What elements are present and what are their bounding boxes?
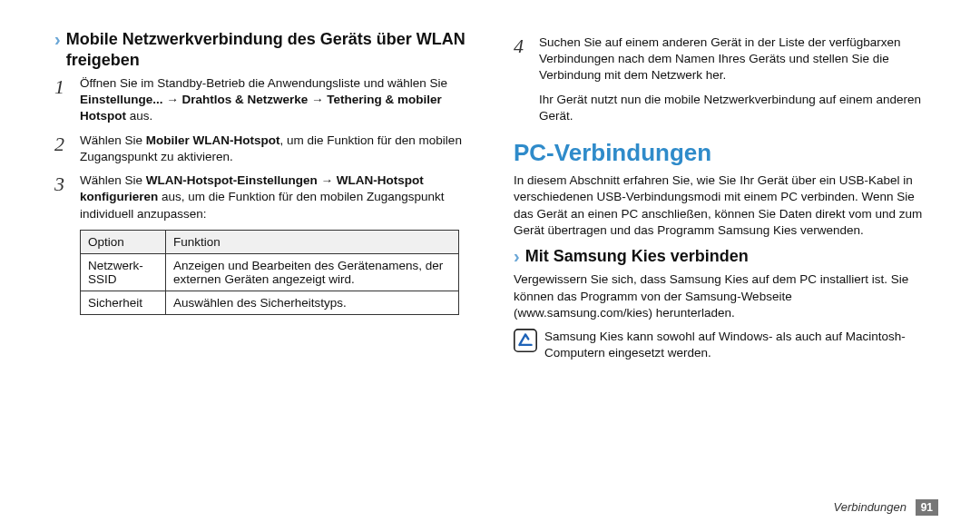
text: Suchen Sie auf einem anderen Gerät in de… (539, 35, 901, 82)
bold: Einstellunge... (80, 93, 163, 106)
step-number: 4 (514, 36, 539, 56)
cell-function: Auswählen des Sicherheitstyps. (166, 291, 459, 314)
page-footer: Verbindungen 91 (834, 499, 938, 516)
text: Öffnen Sie im Standby-Betrieb die Anwend… (80, 76, 447, 90)
step-text: Öffnen Sie im Standby-Betrieb die Anwend… (80, 75, 466, 125)
text: → (163, 93, 182, 106)
chevron-right-icon: › (54, 29, 61, 49)
th-function: Funktion (166, 230, 459, 253)
page: › Mobile Netzwerkverbindung des Geräts ü… (0, 0, 980, 532)
steps-list: 1 Öffnen Sie im Standby-Betrieb die Anwe… (54, 75, 466, 315)
subheading-text: Mobile Netzwerkverbindung des Geräts übe… (66, 29, 466, 70)
footer-section: Verbindungen (834, 500, 906, 514)
text: → (318, 173, 337, 187)
bold: Mobiler WLAN-Hotspot (146, 133, 280, 147)
text: Wählen Sie (80, 173, 146, 187)
cell-option: Netzwerk-SSID (81, 253, 166, 291)
note: Samsung Kies kann sowohl auf Windows- al… (514, 329, 926, 361)
table-row: Netzwerk-SSID Anzeigen und Bearbeiten de… (81, 253, 459, 291)
note-icon (514, 329, 537, 352)
chevron-right-icon: › (514, 246, 520, 266)
heading-pc-connections: PC-Verbindungen (514, 139, 926, 167)
step-number: 3 (54, 174, 80, 194)
table-header-row: Option Funktion (81, 230, 459, 253)
text: aus. (126, 109, 152, 123)
page-number: 91 (916, 499, 938, 516)
subheading-wlan-share: › Mobile Netzwerkverbindung des Geräts ü… (54, 29, 466, 70)
step-2: 2 Wählen Sie Mobiler WLAN-Hotspot, um di… (54, 133, 466, 165)
step-4-followup: Ihr Gerät nutzt nun die mobile Netzwerkv… (539, 92, 926, 124)
step-text: Wählen Sie Mobiler WLAN-Hotspot, um die … (80, 133, 466, 165)
note-text: Samsung Kies kann sowohl auf Windows- al… (544, 329, 926, 361)
step-number: 1 (54, 77, 80, 97)
cell-function: Anzeigen und Bearbeiten des Gerätenamens… (166, 253, 459, 291)
right-column: 4 Suchen Sie auf einem anderen Gerät in … (490, 29, 938, 510)
table-row: Sicherheit Auswählen des Sicherheitstyps… (81, 291, 459, 314)
th-option: Option (81, 230, 166, 253)
step-3: 3 Wählen Sie WLAN-Hotspot-Einstellungen … (54, 172, 466, 222)
left-column: › Mobile Netzwerkverbindung des Geräts ü… (42, 29, 490, 510)
kies-text: Vergewissern Sie sich, dass Samsung Kies… (514, 271, 926, 321)
subheading-text: Mit Samsung Kies verbinden (525, 246, 749, 267)
options-table: Option Funktion Netzwerk-SSID Anzeigen u… (80, 230, 459, 315)
step-text: Wählen Sie WLAN-Hotspot-Einstellungen → … (80, 172, 466, 222)
bold: WLAN-Hotspot-Einstellungen (146, 173, 318, 187)
pc-intro: In diesem Abschnitt erfahren Sie, wie Si… (514, 172, 926, 239)
step-text: Suchen Sie auf einem anderen Gerät in de… (539, 34, 926, 84)
text: Wählen Sie (80, 133, 146, 147)
text: → (308, 93, 327, 106)
subheading-kies: › Mit Samsung Kies verbinden (514, 246, 926, 267)
bold: Drahtlos & Netzwerke (182, 93, 309, 106)
cell-option: Sicherheit (81, 291, 166, 314)
svg-rect-0 (514, 330, 536, 351)
step-4: 4 Suchen Sie auf einem anderen Gerät in … (514, 34, 926, 84)
step-1: 1 Öffnen Sie im Standby-Betrieb die Anwe… (54, 75, 466, 125)
step-number: 2 (54, 134, 80, 154)
